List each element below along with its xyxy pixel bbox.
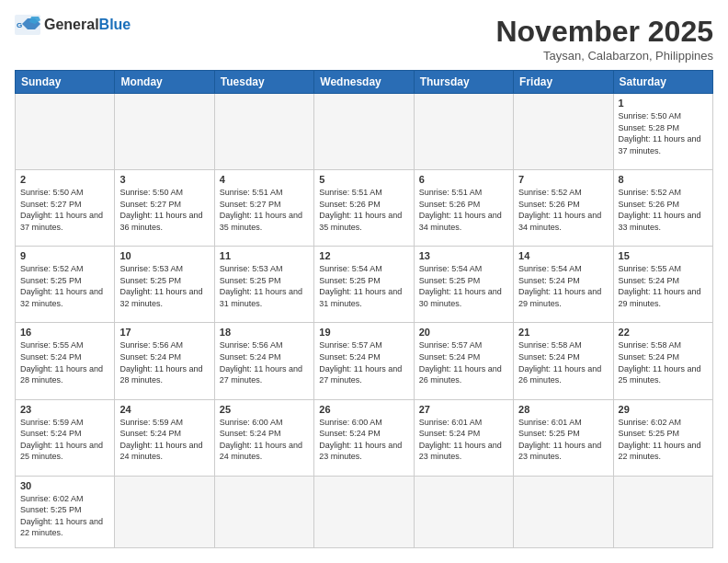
calendar-header-tuesday: Tuesday (214, 71, 313, 94)
calendar-header-row: SundayMondayTuesdayWednesdayThursdayFrid… (16, 71, 713, 94)
calendar-header-monday: Monday (115, 71, 214, 94)
calendar-cell-empty (115, 476, 214, 547)
calendar-cell-17: 17Sunrise: 5:56 AMSunset: 5:24 PMDayligh… (115, 323, 214, 399)
day-info: Sunrise: 6:02 AMSunset: 5:25 PMDaylight:… (20, 493, 109, 539)
calendar-cell-25: 25Sunrise: 6:00 AMSunset: 5:24 PMDayligh… (214, 399, 313, 476)
calendar-cell-29: 29Sunrise: 6:02 AMSunset: 5:25 PMDayligh… (613, 399, 712, 476)
day-info: Sunrise: 5:59 AMSunset: 5:24 PMDaylight:… (20, 417, 109, 463)
calendar-cell-10: 10Sunrise: 5:53 AMSunset: 5:25 PMDayligh… (115, 247, 214, 323)
day-info: Sunrise: 6:01 AMSunset: 5:25 PMDaylight:… (518, 417, 608, 463)
day-number: 11 (220, 250, 309, 261)
calendar-cell-12: 12Sunrise: 5:54 AMSunset: 5:25 PMDayligh… (314, 247, 414, 323)
day-number: 29 (619, 404, 708, 415)
day-info: Sunrise: 5:51 AMSunset: 5:26 PMDaylight:… (319, 187, 408, 233)
calendar-cell-2: 2Sunrise: 5:50 AMSunset: 5:27 PMDaylight… (16, 170, 115, 247)
calendar-header-sunday: Sunday (16, 71, 115, 94)
day-info: Sunrise: 5:54 AMSunset: 5:25 PMDaylight:… (419, 263, 508, 309)
calendar-cell-15: 15Sunrise: 5:55 AMSunset: 5:24 PMDayligh… (613, 247, 712, 323)
calendar-cell-27: 27Sunrise: 6:01 AMSunset: 5:24 PMDayligh… (414, 399, 513, 476)
day-info: Sunrise: 5:53 AMSunset: 5:25 PMDaylight:… (220, 263, 309, 309)
day-info: Sunrise: 5:51 AMSunset: 5:27 PMDaylight:… (220, 187, 309, 233)
calendar-cell-empty (16, 94, 115, 170)
day-number: 15 (619, 250, 708, 261)
day-number: 24 (119, 404, 209, 415)
calendar-header-saturday: Saturday (613, 71, 712, 94)
calendar-cell-7: 7Sunrise: 5:52 AMSunset: 5:26 PMDaylight… (514, 170, 613, 247)
day-info: Sunrise: 6:02 AMSunset: 5:25 PMDaylight:… (619, 417, 708, 463)
day-number: 8 (619, 174, 708, 185)
calendar-cell-24: 24Sunrise: 5:59 AMSunset: 5:24 PMDayligh… (115, 399, 214, 476)
day-info: Sunrise: 5:57 AMSunset: 5:24 PMDaylight:… (419, 339, 508, 385)
calendar-week-3: 9Sunrise: 5:52 AMSunset: 5:25 PMDaylight… (16, 247, 713, 323)
calendar-cell-empty (613, 476, 712, 547)
day-info: Sunrise: 5:54 AMSunset: 5:24 PMDaylight:… (518, 263, 608, 309)
title-block: November 2025 Taysan, Calabarzon, Philip… (495, 15, 713, 63)
calendar-cell-13: 13Sunrise: 5:54 AMSunset: 5:25 PMDayligh… (414, 247, 513, 323)
day-number: 21 (518, 327, 608, 338)
calendar-cell-9: 9Sunrise: 5:52 AMSunset: 5:25 PMDaylight… (16, 247, 115, 323)
logo: G GeneralBlue (15, 15, 131, 35)
day-number: 14 (518, 250, 608, 261)
calendar-cell-empty (214, 94, 313, 170)
location: Taysan, Calabarzon, Philippines (495, 49, 713, 63)
calendar-cell-empty (214, 476, 313, 547)
day-number: 17 (119, 327, 209, 338)
calendar-cell-8: 8Sunrise: 5:52 AMSunset: 5:26 PMDaylight… (613, 170, 712, 247)
calendar-cell-19: 19Sunrise: 5:57 AMSunset: 5:24 PMDayligh… (314, 323, 414, 399)
day-info: Sunrise: 5:55 AMSunset: 5:24 PMDaylight:… (20, 339, 109, 385)
day-number: 6 (419, 174, 508, 185)
calendar-cell-6: 6Sunrise: 5:51 AMSunset: 5:26 PMDaylight… (414, 170, 513, 247)
logo-icon: G (15, 15, 40, 35)
header: G GeneralBlue November 2025 Taysan, Cala… (15, 15, 713, 63)
calendar-cell-empty (514, 94, 613, 170)
day-number: 12 (319, 250, 408, 261)
calendar-week-1: 1Sunrise: 5:50 AMSunset: 5:28 PMDaylight… (16, 94, 713, 170)
calendar-header-thursday: Thursday (414, 71, 513, 94)
day-number: 2 (20, 174, 109, 185)
svg-text:G: G (17, 21, 22, 29)
calendar-cell-11: 11Sunrise: 5:53 AMSunset: 5:25 PMDayligh… (214, 247, 313, 323)
calendar-cell-3: 3Sunrise: 5:50 AMSunset: 5:27 PMDaylight… (115, 170, 214, 247)
day-info: Sunrise: 6:00 AMSunset: 5:24 PMDaylight:… (220, 417, 309, 463)
calendar-table: SundayMondayTuesdayWednesdayThursdayFrid… (15, 70, 713, 548)
day-number: 20 (419, 327, 508, 338)
calendar-cell-empty (115, 94, 214, 170)
day-info: Sunrise: 5:50 AMSunset: 5:27 PMDaylight:… (119, 187, 209, 233)
day-info: Sunrise: 5:58 AMSunset: 5:24 PMDaylight:… (518, 339, 608, 385)
day-number: 4 (220, 174, 309, 185)
day-number: 25 (220, 404, 309, 415)
calendar-cell-22: 22Sunrise: 5:58 AMSunset: 5:24 PMDayligh… (613, 323, 712, 399)
day-info: Sunrise: 5:50 AMSunset: 5:27 PMDaylight:… (20, 187, 109, 233)
calendar-cell-23: 23Sunrise: 5:59 AMSunset: 5:24 PMDayligh… (16, 399, 115, 476)
logo-text: GeneralBlue (44, 17, 131, 32)
day-number: 28 (518, 404, 608, 415)
day-number: 5 (319, 174, 408, 185)
calendar-week-4: 16Sunrise: 5:55 AMSunset: 5:24 PMDayligh… (16, 323, 713, 399)
calendar-week-6: 30Sunrise: 6:02 AMSunset: 5:25 PMDayligh… (16, 476, 713, 547)
month-title: November 2025 (495, 15, 713, 49)
calendar-cell-5: 5Sunrise: 5:51 AMSunset: 5:26 PMDaylight… (314, 170, 414, 247)
calendar-cell-30: 30Sunrise: 6:02 AMSunset: 5:25 PMDayligh… (16, 476, 115, 547)
calendar-header-wednesday: Wednesday (314, 71, 414, 94)
day-info: Sunrise: 5:53 AMSunset: 5:25 PMDaylight:… (119, 263, 209, 309)
calendar-cell-4: 4Sunrise: 5:51 AMSunset: 5:27 PMDaylight… (214, 170, 313, 247)
calendar-cell-20: 20Sunrise: 5:57 AMSunset: 5:24 PMDayligh… (414, 323, 513, 399)
day-number: 18 (220, 327, 309, 338)
day-info: Sunrise: 5:57 AMSunset: 5:24 PMDaylight:… (319, 339, 408, 385)
day-number: 30 (20, 480, 109, 491)
day-info: Sunrise: 5:54 AMSunset: 5:25 PMDaylight:… (319, 263, 408, 309)
day-info: Sunrise: 5:59 AMSunset: 5:24 PMDaylight:… (119, 417, 209, 463)
calendar-cell-empty (414, 476, 513, 547)
day-number: 16 (20, 327, 109, 338)
page: G GeneralBlue November 2025 Taysan, Cala… (0, 0, 728, 563)
day-number: 9 (20, 250, 109, 261)
day-number: 19 (319, 327, 408, 338)
day-info: Sunrise: 6:00 AMSunset: 5:24 PMDaylight:… (319, 417, 408, 463)
calendar-cell-14: 14Sunrise: 5:54 AMSunset: 5:24 PMDayligh… (514, 247, 613, 323)
calendar-week-2: 2Sunrise: 5:50 AMSunset: 5:27 PMDaylight… (16, 170, 713, 247)
calendar-cell-21: 21Sunrise: 5:58 AMSunset: 5:24 PMDayligh… (514, 323, 613, 399)
day-info: Sunrise: 5:50 AMSunset: 5:28 PMDaylight:… (619, 110, 708, 156)
day-info: Sunrise: 5:56 AMSunset: 5:24 PMDaylight:… (220, 339, 309, 385)
calendar-week-5: 23Sunrise: 5:59 AMSunset: 5:24 PMDayligh… (16, 399, 713, 476)
calendar-cell-empty (314, 94, 414, 170)
